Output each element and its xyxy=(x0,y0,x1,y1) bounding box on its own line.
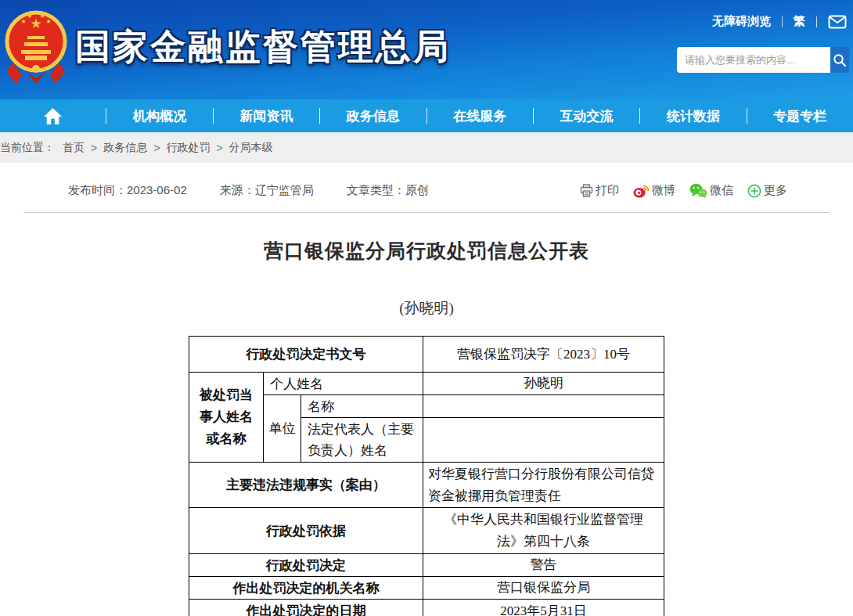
penalty-basis-value: 《中华人民共和国银行业监督管理法》第四十八条 xyxy=(423,508,664,554)
penalty-decision-label: 行政处罚决定 xyxy=(189,554,423,577)
accessibility-link[interactable]: 无障碍浏览 xyxy=(712,14,771,29)
decision-date-label: 作出处罚决定的日期 xyxy=(189,600,423,616)
article-source: 来源：辽宁监管局 xyxy=(220,183,314,198)
envelope-icon xyxy=(828,15,847,29)
table-row: 行政处罚依据 《中华人民共和国银行业监督管理法》第四十八条 xyxy=(189,508,664,554)
authority-value: 营口银保监分局 xyxy=(423,577,664,600)
article-type: 文章类型：原创 xyxy=(347,183,429,198)
breadcrumb: 当前位置： 首页 > 政务信息 > 行政处罚 > 分局本级 xyxy=(0,132,853,163)
doc-number-label: 行政处罚决定书文号 xyxy=(189,337,423,373)
legal-rep-label: 法定代表人（主要负责人）姓名 xyxy=(301,418,423,463)
divider xyxy=(816,16,817,27)
nav-item-online-services[interactable]: 在线服务 xyxy=(427,99,533,132)
page-title: 营口银保监分局行政处罚信息公开表 xyxy=(0,238,853,264)
table-row: 行政处罚决定 警告 xyxy=(189,554,664,577)
person-name-value: 孙晓明 xyxy=(423,373,664,395)
nav-item-statistics[interactable]: 统计数据 xyxy=(640,99,746,132)
table-row: 主要违法违规事实（案由） 对华夏银行营口分行股份有限公司信贷资金被挪用负管理责任 xyxy=(189,463,664,508)
print-button[interactable]: 打印 xyxy=(580,183,619,198)
breadcrumb-home[interactable]: 首页 xyxy=(63,141,85,155)
breadcrumb-separator: > xyxy=(153,142,160,154)
svg-text:★: ★ xyxy=(27,13,32,20)
penalty-decision-value: 警告 xyxy=(423,554,664,577)
weibo-icon xyxy=(633,183,650,198)
more-share-button[interactable]: 更多 xyxy=(747,183,787,198)
violation-facts-label: 主要违法违规事实（案由） xyxy=(189,463,423,508)
svg-text:★: ★ xyxy=(20,18,26,25)
penalty-info-table: 行政处罚决定书文号 营银保监罚决字〔2023〕10号 被处罚当事人姓名或名称 个… xyxy=(189,336,664,616)
site-title: 国家金融监督管理总局 xyxy=(75,23,451,70)
nav-item-special-topics[interactable]: 专题专栏 xyxy=(747,99,853,132)
authority-label: 作出处罚决定的机关名称 xyxy=(189,577,423,600)
nav-item-news[interactable]: 新闻资讯 xyxy=(214,99,319,132)
divider xyxy=(23,212,830,213)
unit-name-label: 名称 xyxy=(301,395,423,418)
nav-item-about[interactable]: 机构概况 xyxy=(106,99,212,132)
main-nav: 机构概况 新闻资讯 政务信息 在线服务 互动交流 统计数据 专题专栏 xyxy=(0,99,853,132)
svg-text:★: ★ xyxy=(39,13,45,20)
plus-circle-icon xyxy=(747,184,761,198)
svg-text:★: ★ xyxy=(45,18,51,25)
violation-facts-value: 对华夏银行营口分行股份有限公司信贷资金被挪用负管理责任 xyxy=(423,463,664,508)
mail-button[interactable] xyxy=(828,15,847,29)
traditional-chinese-link[interactable]: 繁 xyxy=(794,14,805,29)
national-emblem-icon: ★ ★ ★ ★ ★ xyxy=(5,6,67,85)
table-row: 被处罚当事人姓名或名称 个人姓名 孙晓明 xyxy=(189,373,664,395)
search-icon xyxy=(833,53,847,67)
breadcrumb-branch-level[interactable]: 分局本级 xyxy=(229,141,273,155)
penalty-basis-label: 行政处罚依据 xyxy=(189,508,423,554)
page-subtitle: (孙晓明) xyxy=(0,298,853,319)
table-row: 作出处罚决定的日期 2023年5月31日 xyxy=(189,600,664,616)
nav-item-gov-info[interactable]: 政务信息 xyxy=(320,99,426,132)
breadcrumb-separator: > xyxy=(216,142,222,154)
site-logo-link[interactable]: ★ ★ ★ ★ ★ xyxy=(5,6,67,85)
unit-name-value xyxy=(423,395,664,418)
search-input[interactable] xyxy=(677,47,830,73)
person-name-label: 个人姓名 xyxy=(264,373,423,395)
legal-rep-value xyxy=(423,418,664,463)
doc-number-value: 营银保监罚决字〔2023〕10号 xyxy=(423,337,664,373)
decision-date-value: 2023年5月31日 xyxy=(423,600,664,616)
printer-icon xyxy=(580,184,593,197)
weibo-share-button[interactable]: 微博 xyxy=(633,183,675,198)
nav-item-interaction[interactable]: 互动交流 xyxy=(534,99,639,132)
party-name-label: 被处罚当事人姓名或名称 xyxy=(189,373,264,463)
breadcrumb-gov-info[interactable]: 政务信息 xyxy=(103,141,147,155)
publish-time: 发布时间：2023-06-02 xyxy=(68,183,187,198)
article-meta-bar: 发布时间：2023-06-02 来源：辽宁监管局 文章类型：原创 打印 微博 xyxy=(0,163,853,212)
breadcrumb-admin-penalty[interactable]: 行政处罚 xyxy=(166,141,210,155)
home-icon xyxy=(43,106,63,126)
wechat-share-button[interactable]: 微信 xyxy=(689,183,733,198)
search-box xyxy=(677,47,849,73)
nav-home[interactable] xyxy=(0,99,106,132)
search-button[interactable] xyxy=(830,47,849,73)
table-row: 作出处罚决定的机关名称 营口银保监分局 xyxy=(189,577,664,600)
breadcrumb-separator: > xyxy=(91,142,97,154)
table-row: 行政处罚决定书文号 营银保监罚决字〔2023〕10号 xyxy=(189,337,664,373)
breadcrumb-label: 当前位置： xyxy=(0,141,55,155)
divider xyxy=(782,16,783,27)
unit-label: 单位 xyxy=(264,395,301,463)
site-header: ★ ★ ★ ★ ★ 国家金融监督管理总局 无障碍浏览 繁 xyxy=(0,0,853,99)
wechat-icon xyxy=(689,183,707,198)
share-toolbar: 打印 微博 微信 xyxy=(580,183,787,198)
